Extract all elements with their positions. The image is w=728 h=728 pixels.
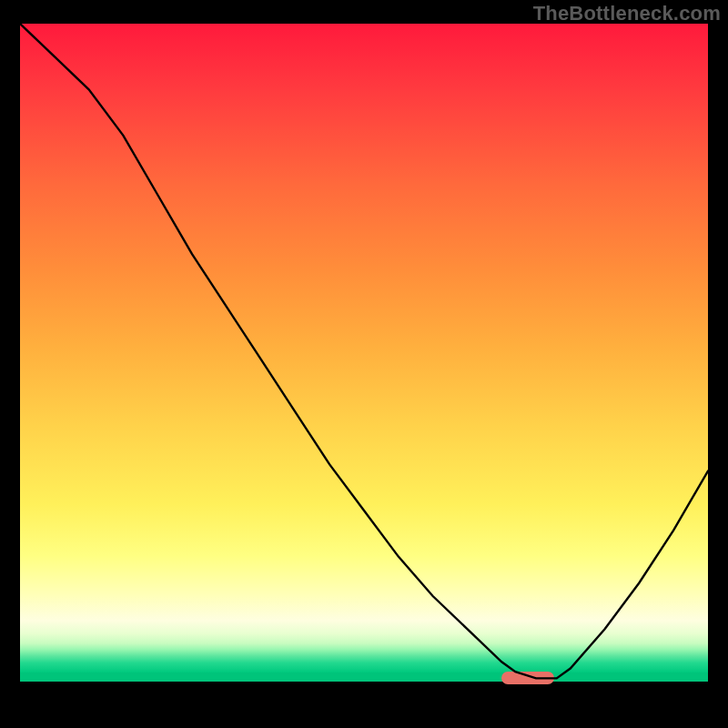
watermark-text: TheBottleneck.com bbox=[533, 2, 721, 25]
curve-path bbox=[20, 24, 708, 678]
plot-area bbox=[20, 24, 708, 708]
chart-frame: TheBottleneck.com bbox=[0, 0, 728, 728]
bottleneck-curve bbox=[20, 24, 708, 708]
